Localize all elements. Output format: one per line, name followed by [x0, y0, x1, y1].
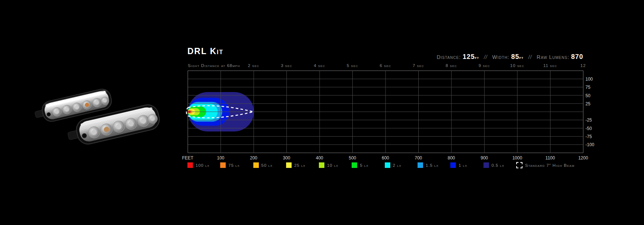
time-axis-ticks: 2 sec3 sec4 sec5 sec6 sec7 sec8 sec9 sec…: [237, 63, 600, 68]
photometric-stats: Distance: 125ft // Width: 85ft // Raw Lu…: [437, 53, 583, 61]
lateral-axis-ticks: 100755025-25-50-75-100: [585, 75, 594, 149]
time-tick-label: 5 sec: [336, 63, 369, 68]
time-tick-label: 2 sec: [237, 63, 270, 68]
lateral-tick-label: -100: [585, 141, 594, 149]
legend-swatch: [220, 162, 226, 168]
legend-item: 5 lx: [352, 162, 384, 168]
legend-swatch: [418, 162, 423, 168]
lumens-value: 870: [571, 53, 583, 60]
legend-swatch: [253, 162, 259, 168]
feet-tick-label: 1100: [534, 155, 567, 161]
chart-gridlines: [188, 71, 583, 153]
distance-unit: ft: [475, 55, 479, 60]
legend-label: 1 lx: [458, 163, 467, 168]
separator: //: [525, 54, 535, 60]
legend-swatch: [385, 162, 390, 168]
legend-label: 25 lx: [294, 163, 306, 168]
feet-tick-label: 200: [237, 155, 270, 161]
lateral-tick-label: -75: [585, 133, 594, 141]
legend-label: 0.5 lx: [492, 163, 504, 168]
time-tick-label: 6 sec: [369, 63, 402, 68]
width-value: 85: [511, 53, 519, 60]
legend-swatch: [483, 162, 489, 168]
legend-item: 1.5 lx: [418, 162, 450, 168]
distance-value: 125: [462, 53, 475, 60]
lateral-tick-label: [585, 108, 594, 116]
legend-item: 0.5 lx: [483, 162, 516, 168]
lateral-tick-label: 50: [585, 92, 594, 100]
feet-tick-label: 800: [435, 155, 468, 161]
beam-pattern-chart: [0, 0, 644, 225]
legend-label: 50 lx: [261, 163, 273, 168]
legend-label: 2 lx: [393, 163, 401, 168]
legend-label: 1.5 lx: [426, 163, 439, 168]
feet-tick-label: 300: [270, 155, 303, 161]
feet-tick-label: 1200: [567, 155, 600, 161]
separator: //: [481, 54, 490, 60]
legend-item: 50 lx: [253, 162, 286, 168]
lumens-label: Raw Lumens:: [537, 54, 570, 60]
time-tick-label: 8 sec: [435, 63, 468, 68]
legend-swatch: [286, 162, 292, 168]
legend-swatch: [319, 162, 324, 168]
lateral-tick-label: -50: [585, 124, 594, 133]
time-tick-label: 12: [567, 63, 600, 68]
feet-tick-label: 700: [402, 155, 435, 161]
page-title: DRL Kit: [187, 46, 224, 56]
legend-label: 100 lx: [196, 163, 210, 168]
lateral-tick-label: 100: [585, 75, 594, 83]
time-tick-label: 4 sec: [303, 63, 336, 68]
lateral-tick-label: 25: [585, 100, 594, 108]
time-tick-label: 7 sec: [402, 63, 435, 68]
legend-item: 10 lx: [319, 162, 352, 168]
feet-tick-label: 1000: [501, 155, 534, 161]
time-tick-label: 11 sec: [534, 63, 567, 68]
width-unit: ft: [519, 55, 524, 60]
lux-legend: 100 lx 75 lx 50 lx 25 lx 10 lx 5 lx 2 lx…: [187, 162, 574, 168]
legend-item: Standard 7" High Beam: [516, 162, 574, 168]
feet-axis-ticks: FEET100200300400500600700800900100011001…: [171, 155, 600, 161]
time-tick-label: 9 sec: [468, 63, 501, 68]
lateral-tick-label: 75: [585, 83, 594, 91]
feet-tick-label: FEET: [171, 155, 204, 161]
feet-tick-label: 400: [303, 155, 336, 161]
legend-label: 10 lx: [327, 163, 338, 168]
legend-item: 100 lx: [187, 162, 220, 168]
legend-item: 75 lx: [220, 162, 253, 168]
feet-tick-label: 500: [336, 155, 369, 161]
feet-tick-label: 600: [369, 155, 402, 161]
legend-label: 5 lx: [360, 163, 368, 168]
legend-label: 75 lx: [228, 163, 240, 168]
legend-item: 2 lx: [385, 162, 418, 168]
legend-swatch: [352, 162, 357, 168]
lateral-tick-label: -25: [585, 116, 594, 124]
legend-item: 25 lx: [286, 162, 319, 168]
legend-swatch: [516, 162, 522, 168]
page: DRL Kit Distance: 125ft // Width: 85ft /…: [0, 0, 644, 225]
legend-label: Standard 7" High Beam: [525, 163, 574, 168]
time-tick-label: 3 sec: [270, 63, 303, 68]
legend-swatch: [187, 162, 193, 168]
width-label: Width:: [492, 54, 509, 60]
legend-item: 1 lx: [450, 162, 483, 168]
distance-label: Distance:: [437, 54, 461, 60]
sight-distance-axis-label: Sight Distance at 68mph: [188, 63, 240, 68]
legend-swatch: [450, 162, 456, 168]
time-tick-label: 10 sec: [501, 63, 534, 68]
feet-tick-label: 100: [204, 155, 237, 161]
feet-tick-label: 900: [468, 155, 501, 161]
